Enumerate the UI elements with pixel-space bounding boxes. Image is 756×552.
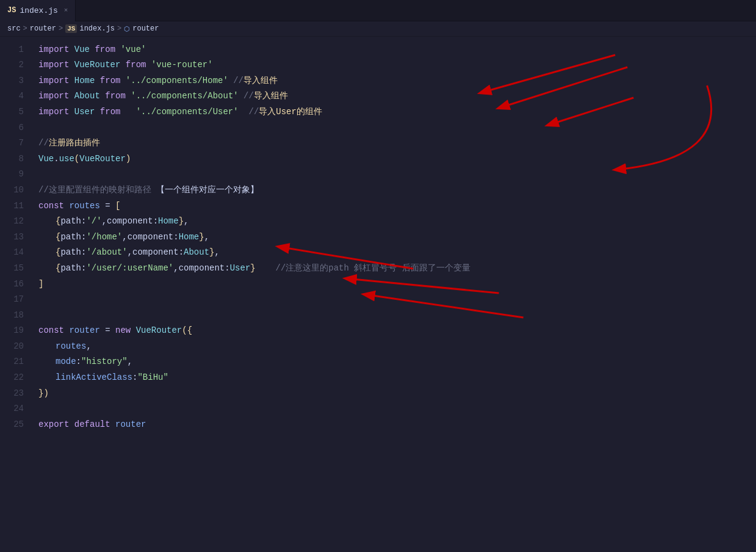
indent-15 <box>38 261 56 275</box>
code-line-15: {path:'/user/:userName',component:User} … <box>38 260 756 276</box>
tab-index-js[interactable]: JS index.js × <box>0 0 76 21</box>
breadcrumb-sep1: > <box>23 24 27 33</box>
kw-from-5: from <box>100 105 126 118</box>
code-line-20: routes, <box>38 338 756 354</box>
line-num-19: 19 <box>0 323 24 339</box>
comment-cn-4: 导入组件 <box>254 89 288 103</box>
comma-15a: ,component: <box>173 261 229 275</box>
code-line-21: mode:"history", <box>38 354 756 370</box>
cls-vuerouter: VueRouter <box>74 58 126 71</box>
code-line-16: ] <box>38 276 756 292</box>
breadcrumb-router: router <box>30 24 56 33</box>
kw-from-1: from <box>95 43 120 56</box>
code-line-10: //这里配置组件的映射和路径【一个组件对应一个对象】 <box>38 182 756 198</box>
comment-slash-15: //注意这里的path 斜杠冒号号 后面跟了一个变量 <box>265 261 470 275</box>
line-num-13: 13 <box>0 229 24 245</box>
line-num-8: 8 <box>0 151 24 167</box>
eq-19: = <box>105 324 115 337</box>
vue-use: Vue <box>38 152 54 165</box>
code-line-19: const router = new VueRouter({ <box>38 323 756 339</box>
code-line-5: import User from '../components/User' //… <box>38 104 756 120</box>
breadcrumb-sep2: > <box>59 24 63 33</box>
line-num-2: 2 <box>0 57 24 73</box>
kw-import-3: import <box>38 74 74 87</box>
code-line-7: //注册路由插件 <box>38 136 756 151</box>
mode-val: "history" <box>81 355 128 368</box>
str-vue-router: 'vue-router' <box>151 58 213 71</box>
cls-user: User <box>74 105 100 118</box>
cls-home: Home <box>74 74 100 87</box>
code-line-9 <box>38 167 756 183</box>
str-user-path: '../components/User' <box>126 105 239 118</box>
line-num-21: 21 <box>0 354 24 370</box>
comma-20: , <box>86 340 91 353</box>
kw-from-4: from <box>105 89 131 103</box>
kw-const-11: const <box>38 199 69 212</box>
code-line-17 <box>38 292 756 308</box>
brace-close-13: } <box>199 230 204 244</box>
mode-prop: mode <box>56 355 76 368</box>
dot-8: . <box>54 152 59 165</box>
brace-open-15: { <box>56 261 60 275</box>
comment-cn-7: 注册路由插件 <box>49 136 100 150</box>
code-content[interactable]: import Vue from 'vue' import VueRouter f… <box>34 37 756 552</box>
code-line-6 <box>38 120 756 136</box>
routes-prop: routes <box>56 340 86 353</box>
path-key-13: path: <box>60 230 86 244</box>
cls-vue: Vue <box>74 43 95 56</box>
brace-close-12: } <box>179 214 184 228</box>
paren-8: ( <box>74 152 79 165</box>
line-num-7: 7 <box>0 136 24 151</box>
paren-open-19: ( <box>182 324 187 337</box>
code-line-23: }) <box>38 385 756 401</box>
paren-close-8: ) <box>126 152 131 165</box>
line-num-12: 12 <box>0 214 24 230</box>
breadcrumb: src > router > JS index.js > ⬡ router <box>0 21 756 37</box>
bracket-close-16: ] <box>38 277 43 291</box>
code-line-11: const routes = [ <box>38 198 756 214</box>
tab-close-button[interactable]: × <box>64 7 68 14</box>
use-fn: use <box>59 152 74 165</box>
line-num-14: 14 <box>0 245 24 261</box>
code-line-24 <box>38 401 756 417</box>
comma-14a: ,component: <box>128 245 184 259</box>
routes-var: routes <box>69 199 105 212</box>
line-num-15: 15 <box>0 260 24 276</box>
colon-22: : <box>132 371 137 384</box>
code-line-2: import VueRouter from 'vue-router' <box>38 57 756 73</box>
comp-user-15: User <box>230 261 251 275</box>
line-numbers: 1 2 3 4 5 6 7 8 9 10 11 12 13 14 15 16 1… <box>0 37 34 552</box>
brace-open-14: { <box>56 245 60 259</box>
str-about-path: '../components/About' <box>131 89 238 103</box>
line-num-11: 11 <box>0 198 24 214</box>
kw-import-2: import <box>38 58 74 71</box>
comp-home-12: Home <box>158 214 179 228</box>
comment-cn-5: 导入User的组件 <box>259 105 322 118</box>
code-line-1: import Vue from 'vue' <box>38 42 756 57</box>
kw-default: default <box>74 418 115 431</box>
code-line-13: {path:'/home',component:Home}, <box>38 229 756 245</box>
kw-export: export <box>38 418 74 431</box>
indent-12 <box>38 214 56 228</box>
code-area: 1 2 3 4 5 6 7 8 9 10 11 12 13 14 15 16 1… <box>0 37 756 552</box>
line-num-4: 4 <box>0 89 24 104</box>
indent-20 <box>38 340 56 353</box>
line-num-10: 10 <box>0 182 24 198</box>
colon-21: : <box>76 355 81 368</box>
indent-22 <box>38 371 56 384</box>
comment-slash-3: // <box>233 74 243 87</box>
code-line-4: import About from '../components/About' … <box>38 89 756 104</box>
code-line-22: linkActiveClass:"BiHu" <box>38 369 756 385</box>
breadcrumb-router-icon: ⬡ <box>124 25 130 33</box>
comma-13a: ,component: <box>122 230 178 244</box>
line-num-17: 17 <box>0 292 24 308</box>
kw-from-3: from <box>100 74 126 87</box>
line-num-25: 25 <box>0 416 24 432</box>
path-val-14: '/about' <box>86 245 127 259</box>
brace-open-19: { <box>187 324 192 337</box>
brace-close-14: } <box>209 245 214 259</box>
tab-bar: JS index.js × <box>0 0 756 21</box>
breadcrumb-js-file: index.js <box>79 24 115 33</box>
kw-const-19: const <box>38 324 69 337</box>
line-num-5: 5 <box>0 104 24 120</box>
